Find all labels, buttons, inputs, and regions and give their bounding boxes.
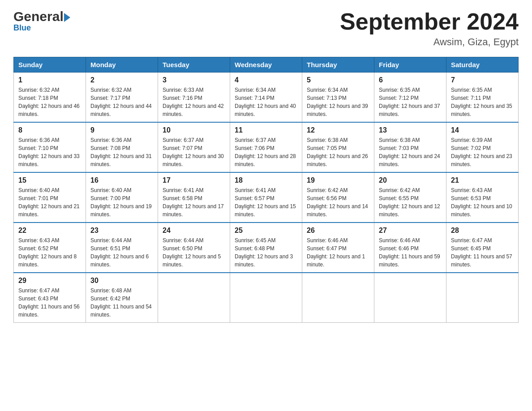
table-row: 7 Sunrise: 6:35 AMSunset: 7:11 PMDayligh… xyxy=(446,73,519,123)
day-number: 2 xyxy=(90,76,153,84)
day-info: Sunrise: 6:36 AMSunset: 7:08 PMDaylight:… xyxy=(90,137,152,167)
day-number: 5 xyxy=(307,76,369,84)
day-info: Sunrise: 6:36 AMSunset: 7:10 PMDaylight:… xyxy=(18,137,80,167)
day-info: Sunrise: 6:42 AMSunset: 6:55 PMDaylight:… xyxy=(379,187,440,218)
day-info: Sunrise: 6:35 AMSunset: 7:12 PMDaylight:… xyxy=(379,87,440,117)
day-number: 22 xyxy=(18,227,81,235)
day-number: 10 xyxy=(163,126,225,134)
table-row: 29 Sunrise: 6:47 AMSunset: 6:43 PMDaylig… xyxy=(14,273,86,323)
day-number: 4 xyxy=(235,76,297,84)
day-number: 25 xyxy=(235,227,297,235)
table-row: 11 Sunrise: 6:37 AMSunset: 7:06 PMDaylig… xyxy=(230,122,302,172)
day-number: 21 xyxy=(451,176,514,184)
table-row: 30 Sunrise: 6:48 AMSunset: 6:42 PMDaylig… xyxy=(86,273,158,323)
day-number: 7 xyxy=(451,76,514,84)
table-row: 10 Sunrise: 6:37 AMSunset: 7:07 PMDaylig… xyxy=(158,122,230,172)
table-row: 2 Sunrise: 6:32 AMSunset: 7:17 PMDayligh… xyxy=(86,73,158,123)
day-info: Sunrise: 6:40 AMSunset: 7:01 PMDaylight:… xyxy=(18,187,80,218)
table-row: 17 Sunrise: 6:41 AMSunset: 6:58 PMDaylig… xyxy=(158,172,230,223)
day-info: Sunrise: 6:37 AMSunset: 7:06 PMDaylight:… xyxy=(235,137,296,167)
table-row: 22 Sunrise: 6:43 AMSunset: 6:52 PMDaylig… xyxy=(14,223,86,273)
day-info: Sunrise: 6:43 AMSunset: 6:53 PMDaylight:… xyxy=(451,187,512,218)
day-number: 18 xyxy=(235,176,297,184)
day-info: Sunrise: 6:45 AMSunset: 6:48 PMDaylight:… xyxy=(235,237,293,268)
day-number: 24 xyxy=(163,227,225,235)
day-number: 6 xyxy=(379,76,442,84)
table-row: 25 Sunrise: 6:45 AMSunset: 6:48 PMDaylig… xyxy=(230,223,302,273)
header-thursday: Thursday xyxy=(302,57,374,73)
table-row: 4 Sunrise: 6:34 AMSunset: 7:14 PMDayligh… xyxy=(230,73,302,123)
logo: General Blue xyxy=(13,9,70,33)
day-number: 23 xyxy=(90,227,153,235)
table-row: 12 Sunrise: 6:38 AMSunset: 7:05 PMDaylig… xyxy=(302,122,374,172)
day-info: Sunrise: 6:35 AMSunset: 7:11 PMDaylight:… xyxy=(451,87,512,117)
day-info: Sunrise: 6:42 AMSunset: 6:56 PMDaylight:… xyxy=(307,187,368,218)
day-info: Sunrise: 6:47 AMSunset: 6:45 PMDaylight:… xyxy=(451,237,512,268)
day-number: 15 xyxy=(18,176,81,184)
table-row: 1 Sunrise: 6:32 AMSunset: 7:18 PMDayligh… xyxy=(14,73,86,123)
logo-general-text: General xyxy=(13,9,64,24)
day-number: 8 xyxy=(18,126,81,134)
day-number: 26 xyxy=(307,227,369,235)
table-row: 18 Sunrise: 6:41 AMSunset: 6:57 PMDaylig… xyxy=(230,172,302,223)
logo-blue-text: Blue xyxy=(13,23,31,33)
day-info: Sunrise: 6:44 AMSunset: 6:50 PMDaylight:… xyxy=(163,237,221,268)
table-row: 8 Sunrise: 6:36 AMSunset: 7:10 PMDayligh… xyxy=(14,122,86,172)
table-row: 13 Sunrise: 6:38 AMSunset: 7:03 PMDaylig… xyxy=(374,122,446,172)
table-row xyxy=(446,273,519,323)
calendar-header-row: Sunday Monday Tuesday Wednesday Thursday… xyxy=(14,57,519,73)
header-friday: Friday xyxy=(374,57,446,73)
logo-arrow-icon xyxy=(64,13,70,22)
day-info: Sunrise: 6:43 AMSunset: 6:52 PMDaylight:… xyxy=(18,237,77,268)
day-info: Sunrise: 6:38 AMSunset: 7:03 PMDaylight:… xyxy=(379,137,440,167)
day-info: Sunrise: 6:32 AMSunset: 7:18 PMDaylight:… xyxy=(18,87,80,117)
day-info: Sunrise: 6:46 AMSunset: 6:47 PMDaylight:… xyxy=(307,237,365,268)
day-info: Sunrise: 6:41 AMSunset: 6:57 PMDaylight:… xyxy=(235,187,296,218)
day-number: 12 xyxy=(307,126,369,134)
table-row xyxy=(158,273,230,323)
day-info: Sunrise: 6:34 AMSunset: 7:13 PMDaylight:… xyxy=(307,87,368,117)
day-info: Sunrise: 6:38 AMSunset: 7:05 PMDaylight:… xyxy=(307,137,368,167)
page-header: General Blue September 2024 Awsim, Giza,… xyxy=(13,9,519,48)
header-sunday: Sunday xyxy=(14,57,86,73)
day-info: Sunrise: 6:47 AMSunset: 6:43 PMDaylight:… xyxy=(18,287,80,318)
table-row: 26 Sunrise: 6:46 AMSunset: 6:47 PMDaylig… xyxy=(302,223,374,273)
day-number: 17 xyxy=(163,176,225,184)
table-row xyxy=(230,273,302,323)
table-row xyxy=(374,273,446,323)
table-row: 21 Sunrise: 6:43 AMSunset: 6:53 PMDaylig… xyxy=(446,172,519,223)
title-area: September 2024 Awsim, Giza, Egypt xyxy=(340,9,519,48)
table-row: 9 Sunrise: 6:36 AMSunset: 7:08 PMDayligh… xyxy=(86,122,158,172)
table-row: 14 Sunrise: 6:39 AMSunset: 7:02 PMDaylig… xyxy=(446,122,519,172)
day-info: Sunrise: 6:41 AMSunset: 6:58 PMDaylight:… xyxy=(163,187,224,218)
day-number: 20 xyxy=(379,176,442,184)
table-row xyxy=(302,273,374,323)
day-number: 9 xyxy=(90,126,153,134)
table-row: 28 Sunrise: 6:47 AMSunset: 6:45 PMDaylig… xyxy=(446,223,519,273)
table-row: 16 Sunrise: 6:40 AMSunset: 7:00 PMDaylig… xyxy=(86,172,158,223)
day-number: 14 xyxy=(451,126,514,134)
day-number: 19 xyxy=(307,176,369,184)
day-info: Sunrise: 6:48 AMSunset: 6:42 PMDaylight:… xyxy=(90,287,152,318)
header-saturday: Saturday xyxy=(446,57,519,73)
table-row: 20 Sunrise: 6:42 AMSunset: 6:55 PMDaylig… xyxy=(374,172,446,223)
day-number: 29 xyxy=(18,277,81,285)
day-number: 27 xyxy=(379,227,442,235)
table-row: 27 Sunrise: 6:46 AMSunset: 6:46 PMDaylig… xyxy=(374,223,446,273)
day-info: Sunrise: 6:40 AMSunset: 7:00 PMDaylight:… xyxy=(90,187,152,218)
day-number: 3 xyxy=(163,76,225,84)
table-row: 24 Sunrise: 6:44 AMSunset: 6:50 PMDaylig… xyxy=(158,223,230,273)
day-info: Sunrise: 6:37 AMSunset: 7:07 PMDaylight:… xyxy=(163,137,224,167)
day-number: 30 xyxy=(90,277,153,285)
day-number: 11 xyxy=(235,126,297,134)
day-info: Sunrise: 6:39 AMSunset: 7:02 PMDaylight:… xyxy=(451,137,512,167)
day-info: Sunrise: 6:32 AMSunset: 7:17 PMDaylight:… xyxy=(90,87,152,117)
location-label: Awsim, Giza, Egypt xyxy=(340,36,519,48)
day-info: Sunrise: 6:34 AMSunset: 7:14 PMDaylight:… xyxy=(235,87,296,117)
day-info: Sunrise: 6:33 AMSunset: 7:16 PMDaylight:… xyxy=(163,87,224,117)
table-row: 19 Sunrise: 6:42 AMSunset: 6:56 PMDaylig… xyxy=(302,172,374,223)
header-tuesday: Tuesday xyxy=(158,57,230,73)
day-number: 13 xyxy=(379,126,442,134)
header-wednesday: Wednesday xyxy=(230,57,302,73)
table-row: 5 Sunrise: 6:34 AMSunset: 7:13 PMDayligh… xyxy=(302,73,374,123)
